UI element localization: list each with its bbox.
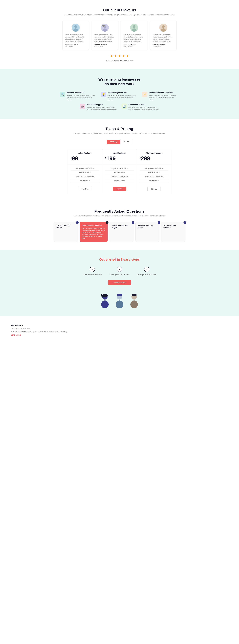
avatar-figure-3: [129, 293, 139, 308]
feature-title: Shared Insights on data: [108, 92, 138, 94]
star-icon: ★: [122, 54, 125, 58]
rating-text: 4.5 out of 5 based on 2450 reviews: [5, 59, 234, 61]
avatar-image: [101, 24, 109, 32]
testimonials-title: Our clients love us: [5, 8, 234, 12]
monthly-toggle-button[interactable]: Monthly: [107, 140, 120, 144]
package-price: $ 199: [105, 155, 134, 162]
faq-subtitle: Excepteur sint occaec cupidatat non proi…: [5, 215, 234, 217]
step-item-3: 3 Lorem ipsum dolor sit amet: [137, 267, 156, 276]
testimonial-role: CTO, Bigacme: [65, 46, 86, 47]
faq-card-1[interactable]: + How can I track my package?: [54, 222, 78, 242]
avatars-row: [5, 293, 234, 308]
currency-symbol: $: [140, 156, 141, 159]
star-icon: ★: [126, 54, 129, 58]
star-icon: ★: [114, 54, 117, 58]
platinum-signup-button[interactable]: Sign Up: [147, 187, 161, 191]
faq-badge: +: [76, 221, 79, 224]
testimonial-card: Lorem ipsum dolor sit amet consect adipi…: [62, 21, 89, 50]
blog-post: Hello world! May 17, 2018 | Uncategorize…: [11, 322, 228, 336]
currency-symbol: $: [70, 156, 72, 159]
svg-point-15: [102, 294, 108, 297]
pricing-section: Plans & Pricing Excepteur sint occaec cu…: [0, 119, 239, 201]
features-grid: 🔍 Instantly Transparent Neque porro quis…: [60, 92, 179, 101]
feature-item: 🔄 Streamlined Process Neque porro quisqu…: [121, 104, 159, 111]
price-value: 199: [106, 155, 116, 162]
radically-efficient-icon: ⚡: [142, 92, 147, 97]
read-more-link[interactable]: READ MORE: [11, 334, 228, 336]
svg-point-14: [101, 300, 109, 308]
testimonial-name: TYRESE HARPER: [124, 44, 145, 46]
feature-item: 🔍 Instantly Transparent Neque porro quis…: [60, 92, 97, 101]
steps-section: Get started in 3 easy steps 1 Lorem ipsu…: [0, 250, 239, 316]
blog-post-title: Hello world!: [11, 324, 228, 327]
testimonial-card: Lorem ipsum dolor sit amet consect adipi…: [150, 21, 177, 50]
svg-point-11: [162, 25, 165, 28]
feature-title: Automated Support: [87, 104, 118, 106]
step-text-3: Lorem ipsum dolor sit amet: [137, 274, 156, 276]
step-number: 2: [119, 268, 120, 270]
svg-point-23: [131, 294, 137, 296]
avatar-image: [159, 24, 167, 32]
testimonial-text: Lorem ipsum dolor sit amet consect adipi…: [124, 34, 145, 42]
testimonial-name: TYRESE HARPER: [65, 44, 86, 46]
faq-badge: +: [132, 221, 134, 224]
feature-item: 🤖 Automated Support Neque porro quisquam…: [80, 104, 118, 111]
step-text-1: Lorem ipsum dolor sit amet: [83, 274, 102, 276]
svg-point-22: [130, 300, 138, 308]
feature-desc: Neque porro quisquam esqui dolorm ipsum …: [149, 94, 179, 101]
feature-row: Organisational Workflow: [140, 166, 169, 170]
pricing-subtitle: Excepteur sint occaec cupidatat non proi…: [5, 132, 234, 134]
feature-row: Built-in Modules: [105, 170, 134, 175]
faq-card-5[interactable]: + Who is the head designer?: [161, 222, 185, 242]
price-value: 99: [72, 155, 78, 162]
package-features: Organisational Workflow Built-in Modules…: [137, 164, 171, 185]
feature-row: Connect From Anywhere: [70, 175, 99, 179]
faq-grid: + How can I track my package? × Can I ch…: [5, 222, 234, 242]
faq-question: How often do you re-stock?: [138, 224, 157, 229]
features-title: We're helping businessesdo their best wo…: [11, 77, 228, 86]
testimonial-role: CTO, Bigacme: [94, 46, 115, 47]
pricing-title: Plans & Pricing: [5, 127, 234, 131]
feature-item: ⚡ Radically Efficient & Focused Neque po…: [142, 92, 179, 101]
stars-row: ★ ★ ★ ★ ★: [5, 54, 234, 58]
star-icon: ★: [110, 54, 113, 58]
feature-row: Instant Access: [70, 179, 99, 183]
blog-post-content: Welcome to WordPress. This is your first…: [11, 330, 228, 333]
gold-signup-button[interactable]: Sign Up: [113, 187, 126, 191]
svg-rect-20: [117, 294, 122, 296]
package-price: $ 299: [140, 155, 169, 162]
feature-row: Connect From Anywhere: [105, 175, 134, 179]
start-now-button[interactable]: Start Now: [78, 187, 92, 191]
testimonial-text: Lorem ipsum dolor sit amet consect adipi…: [94, 34, 115, 42]
feature-item: 💡 Shared Insights on data Neque porro qu…: [101, 92, 138, 101]
pricing-toggle: Monthly Yearly: [5, 140, 234, 144]
package-price: $ 99: [70, 155, 99, 162]
avatar-figure-2: [114, 293, 125, 308]
currency-symbol: $: [105, 156, 106, 159]
faq-card-3[interactable]: + Why do you only sell mugs?: [110, 222, 133, 242]
faq-badge: +: [184, 221, 186, 224]
feature-row: Instant Access: [140, 179, 169, 183]
testimonials-section: Our clients love us Ainotion has earned …: [0, 0, 239, 69]
faq-answer: Them are many solutions of concern of Lo…: [82, 228, 105, 240]
steps-grid: 1 Lorem ipsum dolor sit amet 2 Lorem ips…: [5, 267, 234, 276]
faq-badge: +: [158, 221, 160, 224]
avatar-svg-2: [114, 293, 125, 308]
star-icon: ★: [118, 54, 121, 58]
faq-question: Why do you only sell mugs?: [112, 224, 131, 229]
see-how-button[interactable]: See how it works: [108, 280, 131, 285]
faq-section: Frequently Asked Questions Excepteur sin…: [0, 201, 239, 250]
avatar-figure-1: [100, 293, 110, 308]
package-name: Gold Package: [105, 152, 134, 154]
yearly-toggle-button[interactable]: Yearly: [120, 140, 132, 144]
testimonial-card: Lorem ipsum dolor sit amet consect adipi…: [92, 21, 118, 50]
testimonial-name: TYRESE HARPER: [94, 44, 115, 46]
faq-card-4[interactable]: + How often do you re-stock?: [135, 222, 159, 242]
step-number: 3: [146, 268, 147, 270]
features-section: We're helping businessesdo their best wo…: [0, 69, 239, 119]
faq-card-2[interactable]: × Can I change my address? Them are many…: [80, 222, 108, 242]
step-number: 1: [92, 268, 93, 270]
avatar-svg-1: [100, 293, 110, 308]
package-name: Silver Package: [70, 152, 99, 154]
package-features: Organisational Workflow Built-in Modules…: [68, 164, 102, 185]
